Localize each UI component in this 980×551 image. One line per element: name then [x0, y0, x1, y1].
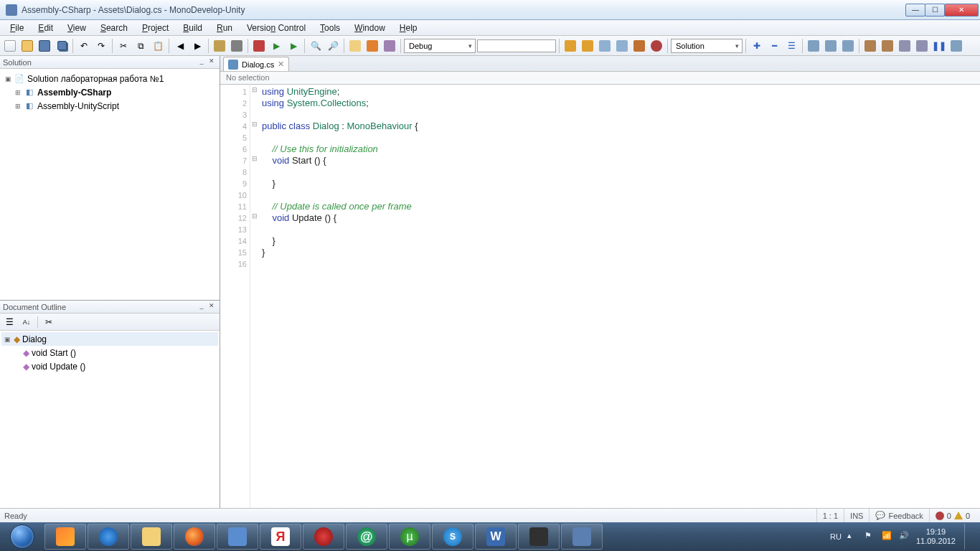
taskbar-skype[interactable]: S	[432, 524, 473, 550]
code-text[interactable]: using UnityEngine;using System.Collectio…	[259, 85, 980, 508]
menu-window[interactable]: Window	[347, 22, 392, 34]
menu-view[interactable]: View	[60, 22, 93, 34]
member4-button[interactable]	[649, 38, 664, 54]
taskbar-mail[interactable]	[217, 524, 258, 550]
solution-root[interactable]: ▣ 📄 Solution лабораторная работа №1	[1, 72, 218, 85]
new-file-button[interactable]	[2, 38, 18, 54]
taskbar-ie[interactable]	[88, 524, 129, 550]
editor-tab-dialog[interactable]: Dialog.cs ✕	[223, 57, 289, 71]
taskbar-unity[interactable]	[518, 524, 560, 550]
tray-up-icon[interactable]: ▴	[847, 531, 859, 542]
cut-button[interactable]: ✂	[116, 38, 131, 54]
build-button[interactable]	[212, 38, 227, 54]
class-view2-button[interactable]	[580, 38, 595, 54]
start-button[interactable]	[3, 523, 42, 550]
error-count[interactable]: 0 0	[929, 509, 976, 522]
taskbar-monodevelop[interactable]	[561, 524, 603, 550]
editor-breadcrumb[interactable]: No selection	[220, 72, 980, 85]
menu-project[interactable]: Project	[135, 22, 176, 34]
fold-column[interactable]: ⊟⊟⊟⊟	[250, 85, 259, 508]
window-maximize-button[interactable]: ☐	[925, 4, 945, 17]
window-close-button[interactable]: ✕	[944, 4, 979, 17]
uncomment-button[interactable]	[880, 38, 895, 54]
add-breakpoint-button[interactable]: ✚	[749, 38, 765, 54]
show-desktop-button[interactable]	[964, 524, 971, 550]
open-button[interactable]	[19, 38, 35, 54]
indent-button[interactable]	[897, 38, 913, 54]
menu-tools[interactable]: Tools	[313, 22, 347, 34]
debug-button[interactable]: ▶	[286, 38, 301, 54]
solution-tree[interactable]: ▣ 📄 Solution лабораторная работа №1 ⊞◧As…	[0, 69, 220, 300]
outline-method-row[interactable]: ◆void Update ()	[1, 359, 218, 373]
goto-button[interactable]	[347, 38, 363, 54]
paste-button[interactable]: 📋	[150, 38, 166, 54]
taskbar-mail2[interactable]: @	[346, 524, 387, 550]
panel-close-button[interactable]: ✕	[207, 57, 217, 67]
taskbar-utorrent[interactable]: µ	[389, 524, 430, 550]
tree-expander-icon[interactable]: ⊞	[14, 103, 22, 110]
outline-settings-button[interactable]: ✂	[42, 316, 55, 329]
outline-sort-button[interactable]: ☰	[3, 316, 16, 329]
redo-button[interactable]: ↷	[93, 38, 109, 54]
step-out-button[interactable]	[840, 38, 856, 54]
step-into-button[interactable]	[823, 38, 839, 54]
save-button[interactable]	[37, 38, 52, 54]
tree-expander-icon[interactable]: ▣	[4, 336, 11, 343]
language-indicator[interactable]: RU	[830, 532, 842, 541]
comment-button[interactable]	[862, 38, 878, 54]
member-button[interactable]	[597, 38, 613, 54]
menu-edit[interactable]: Edit	[31, 22, 60, 34]
outline-close-button[interactable]: ✕	[207, 302, 217, 312]
class-view-button[interactable]	[562, 38, 578, 54]
taskbar-clock[interactable]: 19:19 11.09.2012	[916, 527, 956, 546]
copy-button[interactable]: ⧉	[133, 38, 149, 54]
bookmark-button[interactable]	[364, 38, 380, 54]
member3-button[interactable]	[631, 38, 647, 54]
panel-dock-button[interactable]: _	[197, 57, 207, 67]
nav-back-button[interactable]: ◀	[172, 38, 188, 54]
tray-network-icon[interactable]: 📶	[882, 531, 893, 542]
menu-search[interactable]: Search	[93, 22, 135, 34]
taskbar-opera[interactable]	[303, 524, 344, 550]
tab-close-button[interactable]: ✕	[278, 60, 284, 69]
step-over-button[interactable]	[806, 38, 821, 54]
continue-button[interactable]	[948, 38, 964, 54]
other-button[interactable]	[382, 38, 397, 54]
pause-button[interactable]: ❚❚	[931, 38, 947, 54]
menu-version-control[interactable]: Version Control	[240, 22, 313, 34]
undo-button[interactable]: ↶	[76, 38, 92, 54]
menu-help[interactable]: Help	[392, 22, 425, 34]
tray-flag-icon[interactable]: ⚑	[864, 531, 876, 542]
outline-method-row[interactable]: ◆void Start ()	[1, 346, 218, 359]
taskbar-yandex[interactable]: Я	[260, 524, 301, 550]
solution-project-row[interactable]: ⊞◧Assembly-CSharp	[1, 85, 218, 99]
menu-run[interactable]: Run	[209, 22, 240, 34]
nav-forward-button[interactable]: ▶	[189, 38, 205, 54]
code-editor[interactable]: 12345678910111213141516 ⊟⊟⊟⊟ using Unity…	[220, 85, 980, 508]
outline-tree[interactable]: ▣ ◆ Dialog ◆void Start ()◆void Update ()	[0, 331, 220, 508]
outline-dock-button[interactable]: _	[197, 302, 207, 312]
stop-button[interactable]	[251, 38, 267, 54]
find-button[interactable]: 🔍	[308, 38, 324, 54]
clean-button[interactable]	[229, 38, 245, 54]
run-button[interactable]: ▶	[268, 38, 284, 54]
tray-volume-icon[interactable]: 🔊	[899, 531, 910, 542]
tree-expander-icon[interactable]: ⊞	[14, 89, 22, 96]
find-files-button[interactable]: 🔎	[325, 38, 341, 54]
taskbar-firefox[interactable]	[174, 524, 215, 550]
feedback-button[interactable]: 💬 Feedback	[869, 509, 928, 522]
taskbar-explorer[interactable]	[131, 524, 172, 550]
tree-expander-icon[interactable]: ▣	[4, 75, 11, 83]
taskbar-wmp[interactable]	[44, 524, 86, 550]
configuration-combo[interactable]: Debug	[404, 39, 476, 53]
unindent-button[interactable]	[914, 38, 930, 54]
solution-project-row[interactable]: ⊞◧Assembly-UnityScript	[1, 99, 218, 113]
target-combo[interactable]: Solution	[671, 39, 743, 53]
search-input[interactable]	[477, 39, 556, 52]
menu-file[interactable]: File	[3, 22, 31, 34]
outline-class-row[interactable]: ▣ ◆ Dialog	[1, 332, 218, 346]
outline-az-button[interactable]: A↓	[20, 316, 33, 329]
menu-build[interactable]: Build	[176, 22, 209, 34]
remove-breakpoint-button[interactable]: ━	[766, 38, 782, 54]
member2-button[interactable]	[614, 38, 630, 54]
